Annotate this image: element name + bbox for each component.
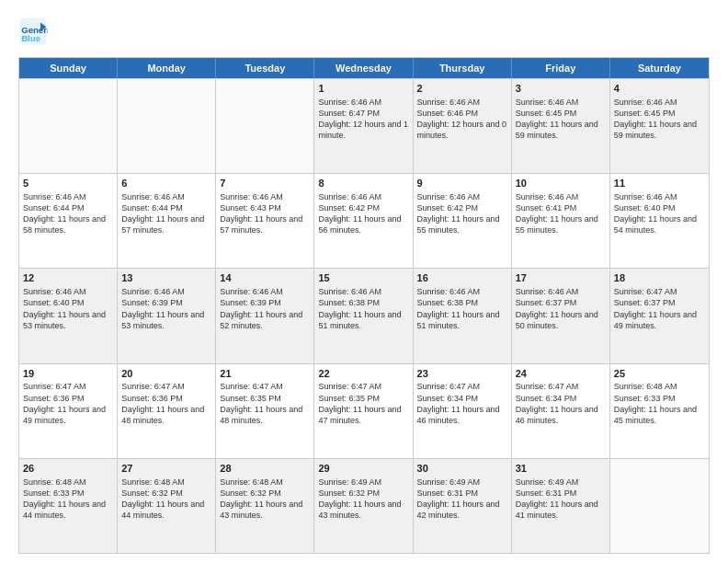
day-number-15: 15 — [318, 271, 408, 285]
day-info-29: Sunrise: 6:49 AM Sunset: 6:32 PM Dayligh… — [318, 477, 401, 520]
day-info-16: Sunrise: 6:46 AM Sunset: 6:38 PM Dayligh… — [417, 287, 500, 329]
day-info-30: Sunrise: 6:49 AM Sunset: 6:31 PM Dayligh… — [417, 477, 500, 520]
logo-icon: General Blue — [18, 17, 48, 46]
day-number-22: 22 — [318, 367, 408, 381]
day-cell-29: 29Sunrise: 6:49 AM Sunset: 6:32 PM Dayli… — [314, 459, 413, 553]
day-info-5: Sunrise: 6:46 AM Sunset: 6:44 PM Dayligh… — [23, 192, 106, 235]
day-cell-8: 8Sunrise: 6:46 AM Sunset: 6:42 PM Daylig… — [314, 174, 413, 268]
day-info-24: Sunrise: 6:47 AM Sunset: 6:34 PM Dayligh… — [516, 382, 598, 424]
day-info-28: Sunrise: 6:48 AM Sunset: 6:32 PM Dayligh… — [220, 477, 302, 520]
day-number-27: 27 — [121, 462, 211, 476]
day-cell-21: 21Sunrise: 6:47 AM Sunset: 6:35 PM Dayli… — [216, 364, 314, 458]
calendar-row-4: 19Sunrise: 6:47 AM Sunset: 6:36 PM Dayli… — [19, 363, 709, 458]
day-cell-27: 27Sunrise: 6:48 AM Sunset: 6:32 PM Dayli… — [118, 459, 216, 553]
day-cell-31: 31Sunrise: 6:49 AM Sunset: 6:31 PM Dayli… — [512, 459, 610, 553]
day-cell-4: 4Sunrise: 6:46 AM Sunset: 6:45 PM Daylig… — [610, 79, 709, 173]
header-sunday: Sunday — [19, 58, 118, 78]
day-number-23: 23 — [417, 367, 507, 381]
day-cell-14: 14Sunrise: 6:46 AM Sunset: 6:39 PM Dayli… — [216, 269, 314, 362]
header-thursday: Thursday — [414, 58, 512, 78]
day-number-31: 31 — [516, 462, 606, 476]
day-number-29: 29 — [318, 462, 408, 476]
calendar-row-2: 5Sunrise: 6:46 AM Sunset: 6:44 PM Daylig… — [19, 173, 709, 268]
day-number-7: 7 — [220, 177, 310, 190]
day-number-25: 25 — [614, 367, 705, 381]
day-number-24: 24 — [516, 367, 606, 381]
day-cell-7: 7Sunrise: 6:46 AM Sunset: 6:43 PM Daylig… — [216, 174, 314, 268]
header-tuesday: Tuesday — [216, 58, 314, 78]
day-cell-30: 30Sunrise: 6:49 AM Sunset: 6:31 PM Dayli… — [414, 459, 512, 553]
day-info-9: Sunrise: 6:46 AM Sunset: 6:42 PM Dayligh… — [417, 192, 500, 235]
day-cell-19: 19Sunrise: 6:47 AM Sunset: 6:36 PM Dayli… — [19, 364, 118, 458]
day-info-11: Sunrise: 6:46 AM Sunset: 6:40 PM Dayligh… — [614, 192, 697, 235]
day-info-14: Sunrise: 6:46 AM Sunset: 6:39 PM Dayligh… — [220, 287, 302, 329]
day-cell-15: 15Sunrise: 6:46 AM Sunset: 6:38 PM Dayli… — [314, 269, 413, 362]
empty-cell-0-0 — [19, 79, 118, 173]
header: General Blue — [18, 17, 710, 46]
header-monday: Monday — [118, 58, 216, 78]
day-number-13: 13 — [121, 271, 211, 285]
day-cell-3: 3Sunrise: 6:46 AM Sunset: 6:45 PM Daylig… — [512, 79, 610, 173]
day-info-13: Sunrise: 6:46 AM Sunset: 6:39 PM Dayligh… — [121, 287, 204, 329]
empty-cell-0-2 — [216, 79, 314, 173]
day-number-18: 18 — [614, 271, 705, 285]
day-number-4: 4 — [614, 82, 705, 96]
day-number-5: 5 — [23, 177, 113, 190]
day-info-22: Sunrise: 6:47 AM Sunset: 6:35 PM Dayligh… — [318, 382, 401, 424]
day-cell-26: 26Sunrise: 6:48 AM Sunset: 6:33 PM Dayli… — [19, 459, 118, 553]
svg-text:Blue: Blue — [21, 33, 40, 43]
day-info-10: Sunrise: 6:46 AM Sunset: 6:41 PM Dayligh… — [516, 192, 598, 235]
day-info-12: Sunrise: 6:46 AM Sunset: 6:40 PM Dayligh… — [23, 287, 106, 329]
day-info-4: Sunrise: 6:46 AM Sunset: 6:45 PM Dayligh… — [614, 98, 697, 140]
empty-cell-0-1 — [118, 79, 216, 173]
day-cell-6: 6Sunrise: 6:46 AM Sunset: 6:44 PM Daylig… — [118, 174, 216, 268]
day-cell-20: 20Sunrise: 6:47 AM Sunset: 6:36 PM Dayli… — [118, 364, 216, 458]
day-number-17: 17 — [516, 271, 606, 285]
day-info-19: Sunrise: 6:47 AM Sunset: 6:36 PM Dayligh… — [23, 382, 106, 424]
day-cell-9: 9Sunrise: 6:46 AM Sunset: 6:42 PM Daylig… — [414, 174, 512, 268]
day-info-18: Sunrise: 6:47 AM Sunset: 6:37 PM Dayligh… — [614, 287, 697, 329]
day-info-21: Sunrise: 6:47 AM Sunset: 6:35 PM Dayligh… — [220, 382, 302, 424]
day-info-25: Sunrise: 6:48 AM Sunset: 6:33 PM Dayligh… — [614, 382, 697, 424]
day-number-2: 2 — [417, 82, 507, 96]
day-cell-23: 23Sunrise: 6:47 AM Sunset: 6:34 PM Dayli… — [414, 364, 512, 458]
day-cell-5: 5Sunrise: 6:46 AM Sunset: 6:44 PM Daylig… — [19, 174, 118, 268]
day-cell-10: 10Sunrise: 6:46 AM Sunset: 6:41 PM Dayli… — [512, 174, 610, 268]
day-number-9: 9 — [417, 177, 507, 190]
page: General Blue Sunday Monday Tuesday Wedne… — [0, 0, 728, 563]
day-number-26: 26 — [23, 462, 113, 476]
day-cell-1: 1Sunrise: 6:46 AM Sunset: 6:47 PM Daylig… — [314, 79, 413, 173]
day-info-15: Sunrise: 6:46 AM Sunset: 6:38 PM Dayligh… — [318, 287, 401, 329]
day-cell-28: 28Sunrise: 6:48 AM Sunset: 6:32 PM Dayli… — [216, 459, 314, 553]
day-number-8: 8 — [318, 177, 408, 190]
day-cell-24: 24Sunrise: 6:47 AM Sunset: 6:34 PM Dayli… — [512, 364, 610, 458]
calendar: Sunday Monday Tuesday Wednesday Thursday… — [18, 57, 710, 554]
calendar-header: Sunday Monday Tuesday Wednesday Thursday… — [19, 58, 709, 78]
header-saturday: Saturday — [610, 58, 709, 78]
day-info-1: Sunrise: 6:46 AM Sunset: 6:47 PM Dayligh… — [318, 98, 408, 140]
logo: General Blue — [18, 17, 51, 46]
calendar-body: 1Sunrise: 6:46 AM Sunset: 6:47 PM Daylig… — [19, 78, 709, 553]
day-cell-2: 2Sunrise: 6:46 AM Sunset: 6:46 PM Daylig… — [414, 79, 512, 173]
header-wednesday: Wednesday — [314, 58, 413, 78]
day-cell-16: 16Sunrise: 6:46 AM Sunset: 6:38 PM Dayli… — [414, 269, 512, 362]
day-info-26: Sunrise: 6:48 AM Sunset: 6:33 PM Dayligh… — [23, 477, 106, 520]
day-number-14: 14 — [220, 271, 310, 285]
day-number-21: 21 — [220, 367, 310, 381]
empty-cell-4-6 — [610, 459, 709, 553]
day-cell-11: 11Sunrise: 6:46 AM Sunset: 6:40 PM Dayli… — [610, 174, 709, 268]
day-info-17: Sunrise: 6:46 AM Sunset: 6:37 PM Dayligh… — [516, 287, 598, 329]
day-cell-25: 25Sunrise: 6:48 AM Sunset: 6:33 PM Dayli… — [610, 364, 709, 458]
day-number-19: 19 — [23, 367, 113, 381]
header-friday: Friday — [512, 58, 610, 78]
day-number-3: 3 — [516, 82, 606, 96]
day-cell-17: 17Sunrise: 6:46 AM Sunset: 6:37 PM Dayli… — [512, 269, 610, 362]
day-number-11: 11 — [614, 177, 705, 190]
day-number-28: 28 — [220, 462, 310, 476]
day-number-6: 6 — [121, 177, 211, 190]
day-number-10: 10 — [516, 177, 606, 190]
day-number-16: 16 — [417, 271, 507, 285]
day-info-2: Sunrise: 6:46 AM Sunset: 6:46 PM Dayligh… — [417, 98, 507, 140]
day-info-23: Sunrise: 6:47 AM Sunset: 6:34 PM Dayligh… — [417, 382, 500, 424]
day-info-6: Sunrise: 6:46 AM Sunset: 6:44 PM Dayligh… — [121, 192, 204, 235]
